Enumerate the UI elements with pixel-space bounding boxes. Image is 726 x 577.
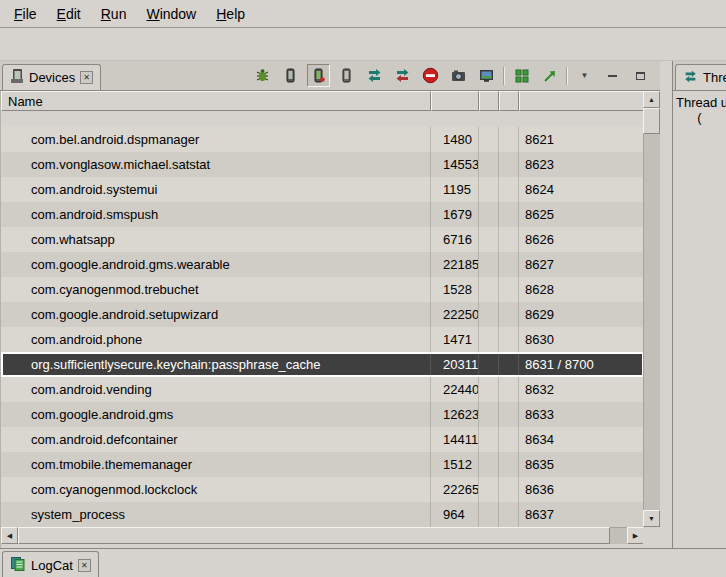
cell-c4 <box>499 502 519 527</box>
cell-c3 <box>479 377 499 402</box>
stop-process-icon[interactable] <box>419 64 442 87</box>
close-icon[interactable]: ✕ <box>80 71 93 84</box>
cell-name: com.android.vending <box>1 377 431 402</box>
screen-capture-icon[interactable] <box>447 64 470 87</box>
tab-devices[interactable]: Devices ✕ <box>2 64 101 91</box>
maximize-icon[interactable] <box>629 64 652 87</box>
cell-pid: 12623 <box>431 402 479 427</box>
threads-message-line2: ( <box>673 110 726 125</box>
dump-hprof-icon[interactable] <box>307 64 330 87</box>
horizontal-scroll-thumb[interactable] <box>18 527 610 544</box>
column-header-port[interactable] <box>519 91 644 111</box>
vertical-scroll-thumb[interactable] <box>643 108 660 134</box>
table-row[interactable]: com.android.smspush16798625 <box>1 202 644 227</box>
cell-c4 <box>499 152 519 177</box>
cell-c3 <box>479 252 499 277</box>
vertical-scrollbar[interactable]: ▲ ▼ <box>643 91 660 527</box>
cause-gc-icon[interactable] <box>335 64 358 87</box>
devices-panel: Devices ✕ <box>0 61 660 548</box>
cell-port: 8625 <box>519 202 644 227</box>
cell-port: 8626 <box>519 227 644 252</box>
scroll-left-icon[interactable]: ◀ <box>1 527 18 544</box>
tab-threads[interactable]: Threads <box>675 64 726 91</box>
menu-edit[interactable]: Edit <box>47 2 91 26</box>
table-row[interactable]: com.google.android.gms126238633 <box>1 402 644 427</box>
cell-name: com.cyanogenmod.trebuchet <box>1 277 431 302</box>
horizontal-scrollbar[interactable]: ◀ ▶ <box>1 527 644 544</box>
table-row[interactable]: com.cyanogenmod.trebuchet15288628 <box>1 277 644 302</box>
cell-c4 <box>499 277 519 302</box>
capture-video-icon[interactable] <box>475 64 498 87</box>
column-header-name[interactable]: Name <box>1 91 431 111</box>
devices-toolbar: ▼ <box>251 64 652 87</box>
table-row[interactable]: com.vonglasow.michael.satstat145538623 <box>1 152 644 177</box>
method-profiling-icon[interactable] <box>391 64 414 87</box>
cell-c3 <box>479 277 499 302</box>
column-header-3[interactable] <box>479 91 499 111</box>
update-threads-icon[interactable] <box>363 64 386 87</box>
cell-c3 <box>479 427 499 452</box>
cell-c4 <box>499 327 519 352</box>
minimize-icon[interactable] <box>601 64 624 87</box>
cell-pid: 1528 <box>431 277 479 302</box>
table-row[interactable]: com.whatsapp67168626 <box>1 227 644 252</box>
table-spacer-row <box>1 111 644 127</box>
cell-pid: 1512 <box>431 452 479 477</box>
table-row[interactable]: org.sufficientlysecure.keychain:passphra… <box>1 352 644 377</box>
table-row[interactable]: com.google.android.gms.wearable221858627 <box>1 252 644 277</box>
cell-c4 <box>499 377 519 402</box>
menu-help[interactable]: Help <box>206 2 255 26</box>
close-icon[interactable]: ✕ <box>78 559 91 572</box>
scroll-right-icon[interactable]: ▶ <box>627 527 644 544</box>
scroll-down-icon[interactable]: ▼ <box>643 510 660 527</box>
table-row[interactable]: com.android.vending224408632 <box>1 377 644 402</box>
view-menu-icon[interactable]: ▼ <box>573 64 596 87</box>
cell-name: com.cyanogenmod.lockclock <box>1 477 431 502</box>
cell-c4 <box>499 402 519 427</box>
menu-run[interactable]: Run <box>91 2 137 26</box>
cell-name: com.google.android.gms <box>1 402 431 427</box>
table-row[interactable]: com.bel.android.dspmanager14808621 <box>1 127 644 152</box>
cell-c3 <box>479 152 499 177</box>
column-header-4[interactable] <box>499 91 519 111</box>
table-row[interactable]: com.tmobile.thememanager15128635 <box>1 452 644 477</box>
cell-name: com.vonglasow.michael.satstat <box>1 152 431 177</box>
cell-port: 8629 <box>519 302 644 327</box>
logcat-tab-label: LogCat <box>31 558 73 573</box>
logcat-bar: LogCat ✕ <box>0 548 726 577</box>
cell-c4 <box>499 452 519 477</box>
table-row[interactable]: com.cyanogenmod.lockclock222658636 <box>1 477 644 502</box>
panel-sash[interactable] <box>660 61 672 548</box>
column-header-pid[interactable] <box>431 91 479 111</box>
cell-c3 <box>479 177 499 202</box>
cell-port: 8624 <box>519 177 644 202</box>
cell-pid: 964 <box>431 502 479 527</box>
cell-name: com.google.android.gms.wearable <box>1 252 431 277</box>
cell-port: 8630 <box>519 327 644 352</box>
cell-port: 8623 <box>519 152 644 177</box>
cell-c3 <box>479 352 499 377</box>
table-row[interactable]: system_process9648637 <box>1 502 644 527</box>
cell-name: system_process <box>1 502 431 527</box>
cell-c3 <box>479 327 499 352</box>
cell-pid: 22265 <box>431 477 479 502</box>
threads-content: Thread up ( <box>673 91 726 125</box>
cell-name: com.whatsapp <box>1 227 431 252</box>
debug-process-icon[interactable] <box>251 64 274 87</box>
profiling-arrow-icon[interactable] <box>538 64 561 87</box>
cell-c4 <box>499 227 519 252</box>
table-row[interactable]: com.android.defcontainer144118634 <box>1 427 644 452</box>
cell-port: 8628 <box>519 277 644 302</box>
cell-name: com.bel.android.dspmanager <box>1 127 431 152</box>
menu-file[interactable]: File <box>4 2 47 26</box>
table-row[interactable]: com.google.android.setupwizard222508629 <box>1 302 644 327</box>
update-heap-icon[interactable] <box>279 64 302 87</box>
tab-logcat[interactable]: LogCat ✕ <box>2 551 99 577</box>
table-row[interactable]: com.android.phone14718630 <box>1 327 644 352</box>
scroll-up-icon[interactable]: ▲ <box>643 91 660 108</box>
menu-window[interactable]: Window <box>136 2 206 26</box>
cell-c4 <box>499 302 519 327</box>
table-row[interactable]: com.android.systemui11958624 <box>1 177 644 202</box>
heap-grid-icon[interactable] <box>510 64 533 87</box>
cell-pid: 1679 <box>431 202 479 227</box>
